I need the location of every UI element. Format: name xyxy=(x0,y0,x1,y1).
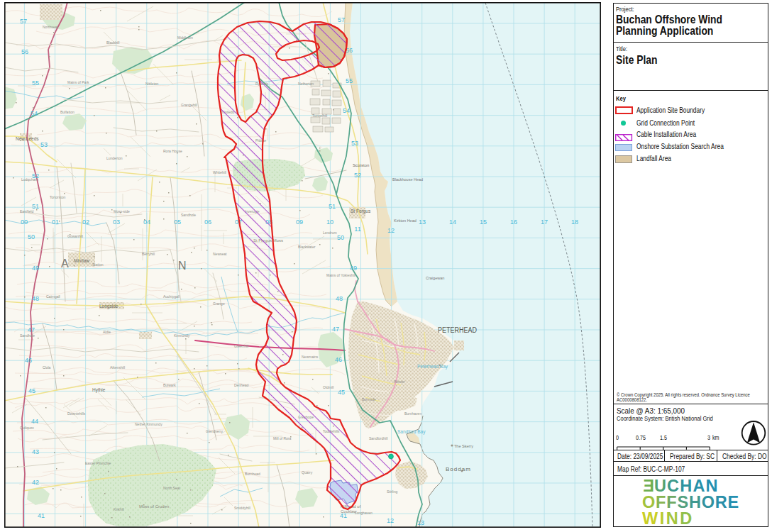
svg-text:47: 47 xyxy=(332,326,339,333)
svg-text:Nittleton: Nittleton xyxy=(145,82,159,86)
svg-text:44: 44 xyxy=(31,418,38,425)
svg-text:New Leeds: New Leeds xyxy=(16,136,39,141)
svg-text:10: 10 xyxy=(326,218,333,226)
svg-text:Greenhill: Greenhill xyxy=(234,344,248,348)
svg-text:54: 54 xyxy=(31,110,38,117)
svg-text:Blackwater: Blackwater xyxy=(298,245,316,249)
svg-text:02: 02 xyxy=(82,218,89,226)
svg-text:11: 11 xyxy=(354,226,360,233)
svg-text:Craigewan: Craigewan xyxy=(426,276,444,280)
svg-text:53: 53 xyxy=(351,140,358,147)
svg-text:57: 57 xyxy=(20,18,27,25)
svg-text:Sandhole: Sandhole xyxy=(20,333,35,338)
svg-text:Whitehill: Whitehill xyxy=(213,170,226,174)
svg-text:Kirkhill: Kirkhill xyxy=(114,507,124,511)
svg-text:Cairngall: Cairngall xyxy=(46,294,60,299)
svg-text:Northseat: Northseat xyxy=(43,25,58,29)
svg-text:Mintlaw: Mintlaw xyxy=(74,258,89,263)
svg-text:09: 09 xyxy=(296,218,303,226)
svg-text:Grangehill: Grangehill xyxy=(181,103,197,107)
svg-text:55: 55 xyxy=(32,79,39,87)
svg-text:Tortorston: Tortorston xyxy=(50,195,65,199)
svg-text:50: 50 xyxy=(28,233,35,240)
svg-text:Quilquox: Quilquox xyxy=(20,426,34,430)
svg-text:A: A xyxy=(61,257,69,270)
svg-text:North Seat: North Seat xyxy=(163,486,181,490)
svg-text:15: 15 xyxy=(480,218,487,226)
svg-text:Lendrum: Lendrum xyxy=(323,231,337,235)
svg-text:Eastfield: Eastfield xyxy=(20,209,33,214)
svg-text:53: 53 xyxy=(40,141,48,148)
svg-text:43: 43 xyxy=(32,448,39,455)
svg-text:45: 45 xyxy=(338,389,345,396)
svg-text:Glendveny: Glendveny xyxy=(206,429,223,433)
svg-text:Kinmundy: Kinmundy xyxy=(174,333,190,338)
svg-text:46: 46 xyxy=(335,356,342,363)
svg-text:49: 49 xyxy=(32,265,39,272)
svg-text:Sandford Bay: Sandford Bay xyxy=(397,429,426,435)
svg-text:Moss-side: Moss-side xyxy=(114,209,130,214)
svg-text:Sandhole: Sandhole xyxy=(181,213,196,217)
svg-text:Easter Pitvrichie: Easter Pitvrichie xyxy=(85,461,111,465)
svg-text:Station: Station xyxy=(92,262,104,267)
svg-text:Oldmill: Oldmill xyxy=(323,385,333,389)
svg-text:47: 47 xyxy=(28,326,35,333)
svg-text:18: 18 xyxy=(571,218,578,226)
svg-text:Hythie: Hythie xyxy=(92,387,106,393)
svg-text:Lunderton: Lunderton xyxy=(106,156,123,160)
svg-text:Burnside: Burnside xyxy=(362,397,376,401)
svg-text:12: 12 xyxy=(387,517,394,524)
svg-text:Stirling: Stirling xyxy=(387,489,398,494)
svg-text:52: 52 xyxy=(354,172,361,179)
svg-text:Wester: Wester xyxy=(394,379,405,384)
svg-text:Quarry: Quarry xyxy=(302,470,313,475)
svg-text:48: 48 xyxy=(336,295,343,302)
svg-text:Ludquharn: Ludquharn xyxy=(21,177,38,182)
svg-text:12: 12 xyxy=(387,227,395,234)
svg-text:42: 42 xyxy=(32,479,39,486)
svg-text:46: 46 xyxy=(25,357,32,364)
svg-text:Berryhill: Berryhill xyxy=(142,252,155,256)
svg-text:Longhaven: Longhaven xyxy=(355,511,373,515)
svg-text:17: 17 xyxy=(541,218,548,226)
svg-text:Newseat: Newseat xyxy=(213,252,227,256)
svg-text:Clola: Clola xyxy=(43,365,51,370)
svg-text:Longside: Longside xyxy=(99,304,118,309)
svg-text:Rora House: Rora House xyxy=(163,149,182,153)
svg-text:05: 05 xyxy=(174,218,181,226)
svg-text:57: 57 xyxy=(338,16,345,23)
svg-text:16: 16 xyxy=(510,218,517,226)
svg-text:Bulfatton: Bulfatton xyxy=(60,110,75,114)
svg-text:48: 48 xyxy=(32,295,39,302)
svg-text:Downiehills: Downiehills xyxy=(67,411,86,416)
svg-text:06: 06 xyxy=(204,218,211,226)
svg-text:N: N xyxy=(178,260,187,272)
svg-text:01: 01 xyxy=(52,218,59,226)
svg-text:St Fergus: St Fergus xyxy=(351,209,371,214)
svg-text:49: 49 xyxy=(350,265,357,272)
svg-text:Middleton: Middleton xyxy=(177,35,193,40)
svg-text:Auchtygall: Auchtygall xyxy=(163,294,180,299)
svg-text:Blackhill: Blackhill xyxy=(106,40,119,45)
svg-text:Kirkton Head: Kirkton Head xyxy=(394,218,417,223)
svg-text:Bulwark: Bulwark xyxy=(163,383,176,387)
svg-text:Sandfordhill: Sandfordhill xyxy=(369,436,387,440)
svg-text:PETERHEAD: PETERHEAD xyxy=(438,326,477,334)
svg-text:Nether Kinmundy: Nether Kinmundy xyxy=(135,422,162,426)
svg-text:54: 54 xyxy=(343,107,350,114)
svg-text:Aikenshill: Aikenshill xyxy=(110,365,125,370)
svg-text:13: 13 xyxy=(419,218,426,226)
svg-text:Smiddyhill: Smiddyhill xyxy=(234,506,250,510)
svg-text:Denhead: Denhead xyxy=(234,383,249,387)
svg-text:50: 50 xyxy=(337,234,344,241)
svg-text:Mains of Park: Mains of Park xyxy=(67,80,89,84)
svg-text:41: 41 xyxy=(38,512,45,519)
svg-text:Burnhead: Burnhead xyxy=(245,472,260,476)
svg-text:Blackhouse Head: Blackhouse Head xyxy=(392,177,423,182)
svg-text:Mains of Yokieshill: Mains of Yokieshill xyxy=(326,273,355,277)
svg-text:55: 55 xyxy=(346,77,353,84)
svg-text:Aldie: Aldie xyxy=(103,330,111,334)
svg-text:45: 45 xyxy=(28,387,35,394)
svg-text:Grange: Grange xyxy=(213,301,225,306)
svg-text:51: 51 xyxy=(329,203,336,210)
